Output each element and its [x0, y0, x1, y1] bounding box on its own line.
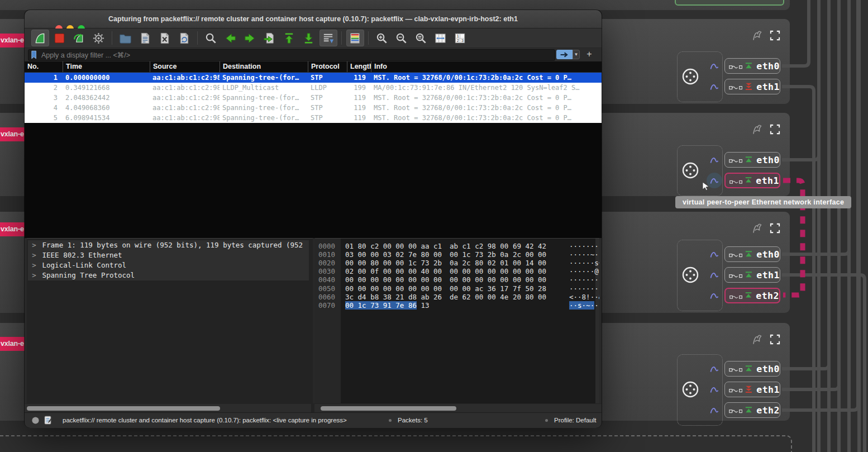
container-node-icon[interactable] [681, 380, 699, 398]
column-header-time[interactable]: Time [63, 61, 150, 72]
display-filter-input[interactable]: Apply a display filter ... <⌘/> [28, 49, 555, 61]
profile-indicator[interactable]: Profile: Default [554, 417, 596, 424]
expander-chevron-icon[interactable]: > [30, 240, 38, 250]
column-header-destination[interactable]: Destination [220, 61, 308, 72]
go-first-button[interactable] [280, 30, 298, 46]
resize-columns-button[interactable] [432, 30, 450, 46]
container-node-icon[interactable] [681, 68, 699, 85]
interface-badge-eth1[interactable]: eth1 [724, 79, 780, 94]
packet-row-2[interactable]: 20.349121668aa:c1:ab:c1:c2:98LLDP_Multic… [25, 83, 602, 93]
go-last-button[interactable] [300, 30, 318, 46]
expand-panel-icon[interactable] [770, 30, 780, 41]
interface-badge-eth1[interactable]: eth1 [724, 173, 780, 188]
packet-list-header[interactable]: No.TimeSourceDestinationProtocolLengthIn… [25, 61, 602, 73]
column-header-info[interactable]: Info [371, 61, 602, 72]
container-node-icon[interactable] [681, 161, 699, 179]
capture-stream-icon[interactable] [710, 156, 720, 164]
capture-stream-icon[interactable] [710, 292, 720, 299]
close-file-button[interactable] [156, 30, 174, 46]
packet-details-pane[interactable]: > Frame 1: 119 bytes on wire (952 bits),… [27, 238, 313, 404]
column-header-source[interactable]: Source [150, 61, 220, 72]
capture-stream-icon[interactable] [710, 250, 720, 258]
wireshark-sketch-icon[interactable] [751, 29, 764, 42]
interface-badge-eth1[interactable]: eth1 [724, 382, 780, 397]
window-titlebar[interactable]: Capturing from packetflix:// remote clus… [25, 10, 602, 28]
hex-bytes-group2: 00 00 00 00 00 00 00 00 [450, 275, 546, 284]
packet-row-1[interactable]: 10.000000000aa:c1:ab:c1:c2:98Spanning-tr… [25, 73, 602, 83]
expander-chevron-icon[interactable]: > [30, 260, 38, 270]
capture-file-properties-icon[interactable] [44, 415, 53, 425]
zoom-100-button[interactable] [412, 30, 430, 46]
column-header-no[interactable]: No. [25, 61, 63, 72]
restart-capture-button[interactable] [70, 30, 88, 46]
go-back-button[interactable] [222, 30, 240, 46]
bytes-hscrollbar-thumb[interactable] [321, 406, 456, 411]
zoom-out-button[interactable] [393, 30, 411, 46]
reload-file-button[interactable] [175, 30, 193, 46]
expand-panel-icon[interactable] [770, 124, 780, 135]
capture-stream-icon[interactable] [710, 62, 720, 70]
capture-stream-icon[interactable] [710, 365, 720, 373]
packet-row-4[interactable]: 44.049068360aa:c1:ab:c1:c2:98Spanning-tr… [25, 103, 602, 113]
open-file-button[interactable] [117, 30, 135, 46]
hex-row-0070[interactable]: 007000 1c 73 91 7e 86 13··s·~·· [315, 301, 599, 310]
find-packet-button[interactable] [202, 30, 220, 46]
expander-chevron-icon[interactable]: > [30, 270, 38, 280]
packet-cell-time: 6.098941534 [63, 113, 150, 123]
expander-chevron-icon[interactable]: > [30, 250, 38, 260]
go-to-packet-button[interactable] [261, 30, 279, 46]
start-capture-button[interactable] [31, 30, 49, 46]
detail-tree-row[interactable]: > Frame 1: 119 bytes on wire (952 bits),… [28, 240, 309, 250]
capture-stream-icon[interactable] [710, 406, 720, 414]
wireshark-sketch-icon[interactable] [751, 123, 764, 136]
expand-panel-icon[interactable] [770, 334, 780, 345]
packet-row-3[interactable]: 32.048362442aa:c1:ab:c1:c2:98Spanning-tr… [25, 93, 602, 103]
hex-row-0040[interactable]: 004000 00 00 00 00 00 00 0000 00 00 00 0… [315, 275, 599, 284]
detail-tree-row[interactable]: > Spanning Tree Protocol [28, 270, 309, 280]
column-header-length[interactable]: Length [347, 61, 371, 72]
container-node-icon[interactable] [681, 266, 699, 284]
wireshark-sketch-icon[interactable] [751, 333, 764, 346]
number-columns-button[interactable]: 123 [451, 30, 469, 46]
capture-stream-icon[interactable] [710, 386, 720, 393]
colorize-button[interactable] [346, 30, 364, 46]
interface-name: eth2 [756, 291, 779, 301]
go-forward-button[interactable] [241, 30, 259, 46]
hex-row-0020[interactable]: 002000 00 80 00 00 1c 73 2b0a 2c 80 02 0… [315, 259, 599, 267]
interface-badge-partial[interactable] [675, 0, 784, 6]
capture-stream-icon[interactable] [710, 83, 720, 91]
detail-tree-row[interactable]: > IEEE 802.3 Ethernet [28, 250, 309, 260]
interface-badge-eth0[interactable]: eth0 [724, 58, 780, 74]
capture-stream-icon[interactable] [710, 271, 720, 279]
hex-bytes-group2: de 62 00 00 4e 20 80 00 [450, 293, 546, 301]
apply-filter-button[interactable] [556, 50, 573, 59]
expand-panel-icon[interactable] [770, 223, 780, 234]
hex-row-0010[interactable]: 001003 00 00 03 02 7e 80 0000 1c 73 2b 0… [315, 250, 599, 259]
packet-bytes-pane[interactable]: 000001 80 c2 00 00 00 aa c1ab c1 c2 98 0… [315, 238, 599, 404]
interface-badge-eth1[interactable]: eth1 [724, 267, 780, 283]
stop-capture-button[interactable] [51, 30, 69, 46]
detail-tree-row[interactable]: > Logical-Link Control [28, 260, 309, 270]
hex-row-0060[interactable]: 00603c d4 b8 38 21 d8 ab 26de 62 00 00 4… [315, 293, 599, 301]
column-header-protocol[interactable]: Protocol [308, 61, 347, 72]
details-hscrollbar-thumb[interactable] [27, 406, 220, 411]
hex-row-0000[interactable]: 000001 80 c2 00 00 00 aa c1ab c1 c2 98 0… [315, 242, 599, 250]
expert-info-icon[interactable] [31, 416, 40, 425]
filter-dropdown-button[interactable]: ▼ [573, 50, 580, 59]
capture-options-button[interactable] [90, 30, 108, 46]
capture-stream-icon[interactable] [710, 177, 720, 184]
zoom-in-button[interactable] [373, 30, 391, 46]
interface-badge-eth2[interactable]: eth2 [724, 288, 780, 303]
interface-badge-eth2[interactable]: eth2 [724, 402, 780, 418]
packet-row-5[interactable]: 56.098941534aa:c1:ab:c1:c2:98Spanning-tr… [25, 113, 602, 123]
add-filter-button[interactable]: + [583, 49, 595, 60]
auto-scroll-button[interactable] [319, 30, 337, 46]
wireshark-sketch-icon[interactable] [751, 222, 764, 235]
hex-row-0050[interactable]: 005000 00 00 00 00 00 00 0000 00 ac 36 1… [315, 284, 599, 293]
interface-badge-eth0[interactable]: eth0 [724, 361, 780, 377]
save-file-button[interactable] [136, 30, 154, 46]
hex-row-0030[interactable]: 003002 00 0f 00 00 00 40 0000 00 00 00 0… [315, 267, 599, 275]
interface-badge-eth0[interactable]: eth0 [724, 152, 780, 168]
interface-badge-eth0[interactable]: eth0 [724, 246, 780, 262]
filter-bookmark-icon[interactable] [30, 50, 39, 60]
